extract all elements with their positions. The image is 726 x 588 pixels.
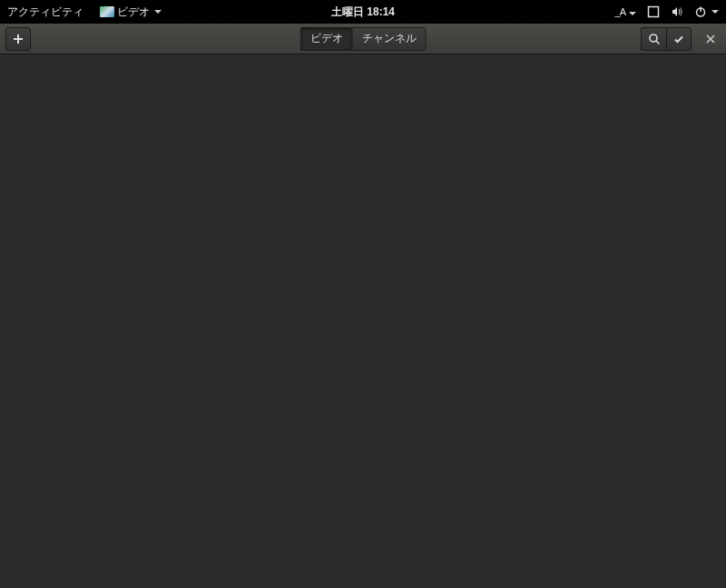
plus-icon — [12, 33, 25, 45]
gnome-top-bar: アクティビティ ビデオ 土曜日 18:14 _A — [0, 0, 726, 24]
chevron-down-icon — [629, 12, 636, 15]
add-button[interactable] — [5, 27, 31, 51]
input-method-indicator[interactable]: _A — [615, 6, 636, 17]
svg-rect-0 — [649, 7, 659, 17]
check-icon — [672, 33, 685, 45]
content-area — [0, 54, 726, 588]
power-icon — [694, 5, 707, 18]
chevron-down-icon — [711, 10, 719, 14]
search-icon — [648, 33, 661, 45]
tab-channel[interactable]: チャンネル — [352, 27, 427, 51]
chevron-down-icon — [154, 10, 162, 14]
svg-point-3 — [650, 34, 657, 42]
clock[interactable]: 土曜日 18:14 — [331, 5, 395, 20]
activities-button[interactable]: アクティビティ — [7, 5, 83, 20]
view-switcher: ビデオ チャンネル — [300, 27, 427, 51]
close-button[interactable] — [701, 29, 721, 49]
close-icon — [705, 34, 716, 44]
volume-icon[interactable] — [671, 5, 683, 18]
video-app-icon — [100, 6, 114, 17]
select-button[interactable] — [666, 27, 692, 51]
search-button[interactable] — [641, 27, 666, 51]
power-menu[interactable] — [694, 5, 719, 18]
app-menu-label: ビデオ — [117, 5, 150, 20]
app-menu[interactable]: ビデオ — [100, 5, 162, 20]
tab-video[interactable]: ビデオ — [300, 27, 352, 51]
accessibility-icon[interactable] — [647, 5, 660, 18]
app-header-bar: ビデオ チャンネル — [0, 24, 726, 54]
svg-line-4 — [656, 41, 660, 44]
